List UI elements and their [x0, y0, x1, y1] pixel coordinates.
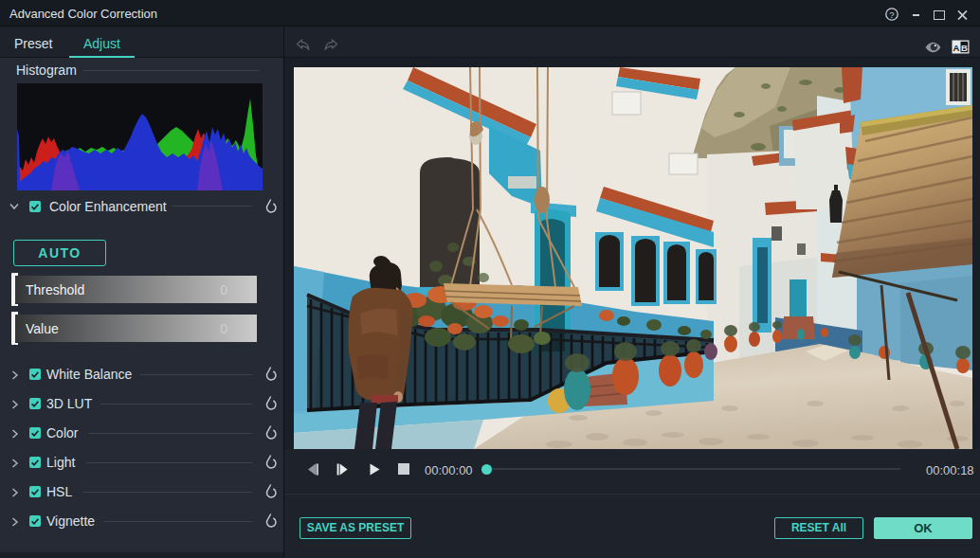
svg-text:A: A: [953, 43, 960, 53]
svg-text:?: ?: [889, 9, 894, 20]
svg-text:B: B: [961, 43, 968, 53]
